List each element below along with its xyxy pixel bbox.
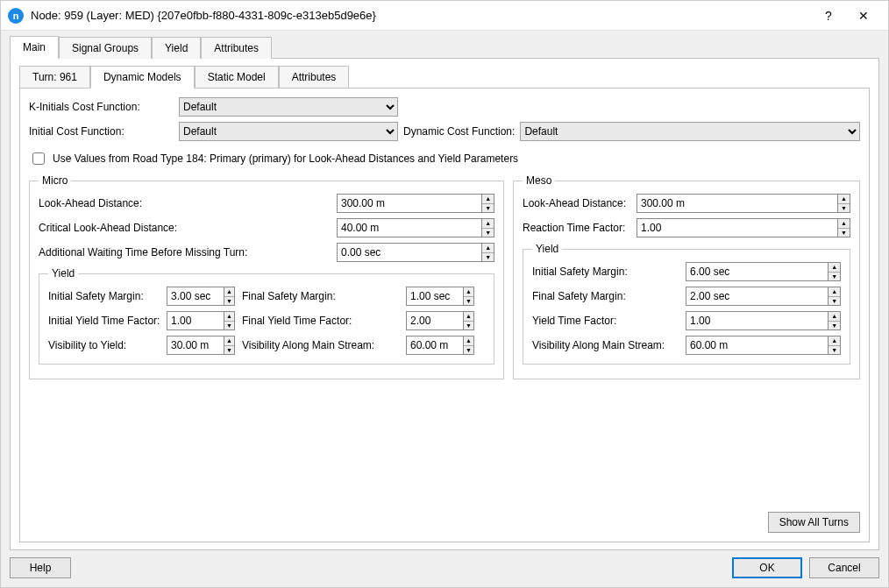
chevron-up-icon[interactable]: ▲ <box>464 312 473 322</box>
select-initial-cost[interactable]: Default <box>179 122 398 141</box>
spin-buttons[interactable]: ▲▼ <box>463 336 474 355</box>
inner-tab-static-model[interactable]: Static Model <box>195 66 279 89</box>
spin-micro-vams[interactable]: ▲▼ <box>406 336 474 355</box>
spin-micro-fsm[interactable]: ▲▼ <box>406 287 474 306</box>
chevron-up-icon[interactable]: ▲ <box>829 287 840 297</box>
spin-buttons[interactable]: ▲▼ <box>481 218 494 237</box>
input-micro-ism[interactable] <box>167 287 224 306</box>
spin-buttons[interactable]: ▲▼ <box>463 287 474 306</box>
tab-signal-groups[interactable]: Signal Groups <box>59 37 152 59</box>
inner-tab-dynamic-models[interactable]: Dynamic Models <box>90 66 195 89</box>
spin-micro-lookahead[interactable]: ▲▼ <box>337 194 494 213</box>
spin-meso-vams[interactable]: ▲▼ <box>686 336 841 355</box>
chevron-up-icon[interactable]: ▲ <box>464 337 473 346</box>
spin-buttons[interactable]: ▲▼ <box>224 311 235 330</box>
input-micro-fytf[interactable] <box>406 311 463 330</box>
chevron-down-icon[interactable]: ▼ <box>482 253 494 262</box>
select-dynamic-cost[interactable]: Default <box>520 122 860 141</box>
chevron-down-icon[interactable]: ▼ <box>464 297 473 306</box>
spin-buttons[interactable]: ▲▼ <box>224 287 235 306</box>
chevron-down-icon[interactable]: ▼ <box>482 229 494 237</box>
chevron-up-icon[interactable]: ▲ <box>829 337 840 346</box>
input-micro-addwait[interactable] <box>337 243 481 262</box>
spin-meso-ism[interactable]: ▲▼ <box>686 262 841 281</box>
chevron-up-icon[interactable]: ▲ <box>482 219 494 229</box>
input-micro-lookahead[interactable] <box>337 194 481 213</box>
chevron-down-icon[interactable]: ▼ <box>464 346 473 355</box>
spin-meso-ytf[interactable]: ▲▼ <box>686 311 841 330</box>
ok-button[interactable]: OK <box>732 557 802 578</box>
spin-buttons[interactable]: ▲▼ <box>837 218 850 237</box>
close-icon[interactable]: ✕ <box>846 3 881 29</box>
chevron-up-icon[interactable]: ▲ <box>838 195 850 204</box>
chevron-up-icon[interactable]: ▲ <box>464 287 473 297</box>
tab-main[interactable]: Main <box>10 36 59 59</box>
spin-micro-vty[interactable]: ▲▼ <box>167 336 235 355</box>
checkbox-use-values[interactable] <box>32 152 45 165</box>
chevron-up-icon[interactable]: ▲ <box>224 337 234 346</box>
spin-micro-iytf[interactable]: ▲▼ <box>167 311 235 330</box>
label-k-initials-cost: K-Initials Cost Function: <box>29 101 174 113</box>
chevron-up-icon[interactable]: ▲ <box>829 263 840 273</box>
select-k-initials-cost[interactable]: Default <box>179 97 398 117</box>
label-micro-lookahead: Look-Ahead Distance: <box>39 197 337 209</box>
label-micro-vams: Visibility Along Main Stream: <box>235 339 406 351</box>
input-meso-vams[interactable] <box>686 336 828 355</box>
chevron-down-icon[interactable]: ▼ <box>829 297 840 306</box>
spin-buttons[interactable]: ▲▼ <box>828 311 841 330</box>
label-micro-ism: Initial Safety Margin: <box>48 290 167 302</box>
chevron-down-icon[interactable]: ▼ <box>838 204 850 213</box>
tab-yield[interactable]: Yield <box>152 37 201 59</box>
spin-buttons[interactable]: ▲▼ <box>224 336 235 355</box>
legend-micro: Micro <box>39 174 71 187</box>
chevron-down-icon[interactable]: ▼ <box>829 273 840 281</box>
chevron-up-icon[interactable]: ▲ <box>224 287 234 297</box>
help-icon[interactable]: ? <box>811 3 846 29</box>
spin-micro-critical[interactable]: ▲▼ <box>337 218 494 237</box>
chevron-down-icon[interactable]: ▼ <box>464 322 473 330</box>
input-meso-rtf[interactable] <box>637 218 837 237</box>
input-meso-lookahead[interactable] <box>637 194 837 213</box>
spin-buttons[interactable]: ▲▼ <box>828 262 841 281</box>
spin-buttons[interactable]: ▲▼ <box>828 287 841 306</box>
input-micro-iytf[interactable] <box>167 311 224 330</box>
inner-tab-attributes[interactable]: Attributes <box>279 66 350 89</box>
spin-micro-ism[interactable]: ▲▼ <box>167 287 235 306</box>
input-micro-vty[interactable] <box>167 336 224 355</box>
spin-buttons[interactable]: ▲▼ <box>481 243 494 262</box>
chevron-up-icon[interactable]: ▲ <box>838 219 850 229</box>
chevron-down-icon[interactable]: ▼ <box>829 322 840 330</box>
app-icon: n <box>8 8 24 24</box>
chevron-down-icon[interactable]: ▼ <box>224 297 234 306</box>
chevron-down-icon[interactable]: ▼ <box>482 204 494 213</box>
label-micro-fytf: Final Yield Time Factor: <box>235 315 406 327</box>
chevron-down-icon[interactable]: ▼ <box>224 346 234 355</box>
input-micro-fsm[interactable] <box>406 287 463 306</box>
spin-buttons[interactable]: ▲▼ <box>837 194 850 213</box>
inner-tab-turn[interactable]: Turn: 961 <box>19 66 90 89</box>
spin-meso-fsm[interactable]: ▲▼ <box>686 287 841 306</box>
input-meso-ytf[interactable] <box>686 311 828 330</box>
chevron-up-icon[interactable]: ▲ <box>829 312 840 322</box>
spin-buttons[interactable]: ▲▼ <box>481 194 494 213</box>
input-meso-fsm[interactable] <box>686 287 828 306</box>
chevron-up-icon[interactable]: ▲ <box>482 195 494 204</box>
help-button[interactable]: Help <box>10 557 71 578</box>
input-meso-ism[interactable] <box>686 262 828 281</box>
show-all-turns-button[interactable]: Show All Turns <box>768 512 860 533</box>
spin-micro-addwait[interactable]: ▲▼ <box>337 243 494 262</box>
spin-micro-fytf[interactable]: ▲▼ <box>406 311 474 330</box>
input-micro-critical[interactable] <box>337 218 481 237</box>
spin-buttons[interactable]: ▲▼ <box>463 311 474 330</box>
cancel-button[interactable]: Cancel <box>809 557 879 578</box>
chevron-up-icon[interactable]: ▲ <box>224 312 234 322</box>
tab-attributes[interactable]: Attributes <box>201 37 272 59</box>
chevron-down-icon[interactable]: ▼ <box>224 322 234 330</box>
spin-meso-lookahead[interactable]: ▲▼ <box>637 194 850 213</box>
spin-meso-rtf[interactable]: ▲▼ <box>637 218 850 237</box>
input-micro-vams[interactable] <box>406 336 463 355</box>
chevron-down-icon[interactable]: ▼ <box>838 229 850 237</box>
chevron-down-icon[interactable]: ▼ <box>829 346 840 355</box>
spin-buttons[interactable]: ▲▼ <box>828 336 841 355</box>
chevron-up-icon[interactable]: ▲ <box>482 244 494 253</box>
